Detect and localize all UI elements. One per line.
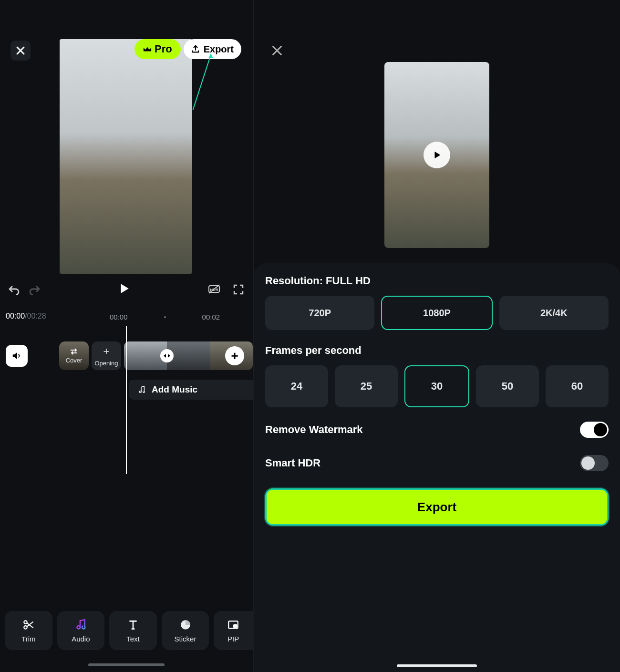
annotation-arrow <box>193 56 211 110</box>
bottom-toolbar: Trim Audio Text Sticker PIP <box>5 611 253 650</box>
preview-play-button[interactable] <box>424 142 450 168</box>
mute-button[interactable] <box>6 345 28 367</box>
transition-button[interactable] <box>160 349 174 362</box>
remove-watermark-toggle[interactable] <box>580 422 609 438</box>
resolution-1080p[interactable]: 1080P <box>381 296 492 330</box>
clip-track[interactable]: + <box>124 341 253 370</box>
music-note-icon <box>74 619 87 631</box>
sticker-icon <box>179 619 192 631</box>
clip-thumb[interactable] <box>167 341 210 370</box>
tool-sticker[interactable]: Sticker <box>162 611 209 650</box>
tool-label: Audio <box>72 635 90 643</box>
speaker-icon <box>11 351 22 361</box>
add-music-button[interactable]: Add Music <box>129 380 253 400</box>
swap-icon <box>70 348 78 355</box>
playhead[interactable] <box>126 326 127 474</box>
tool-label: Text <box>126 635 140 643</box>
export-icon <box>191 45 200 53</box>
current-time: 00:00 <box>6 312 25 320</box>
transition-icon <box>163 353 171 358</box>
export-confirm-button[interactable]: Export <box>265 488 609 526</box>
playback-controls: HDR <box>0 282 253 297</box>
cover-button[interactable]: Cover <box>59 341 89 370</box>
fps-24[interactable]: 24 <box>265 365 328 407</box>
close-export-button[interactable] <box>267 41 287 61</box>
export-confirm-label: Export <box>417 500 456 515</box>
fps-60[interactable]: 60 <box>546 365 609 407</box>
home-indicator[interactable] <box>397 664 477 667</box>
add-clip-button[interactable]: + <box>225 346 244 365</box>
top-actions: Pro Export <box>134 39 241 59</box>
pip-icon <box>227 619 239 631</box>
fps-50[interactable]: 50 <box>476 365 539 407</box>
opening-button[interactable]: + Opening <box>92 341 121 370</box>
tool-label: Trim <box>21 635 35 643</box>
tool-label: PIP <box>227 635 239 643</box>
remove-watermark-label: Remove Watermark <box>265 424 363 436</box>
undo-button[interactable] <box>9 284 20 295</box>
fps-options: 24 25 30 50 60 <box>265 365 609 407</box>
video-preview[interactable] <box>60 39 192 274</box>
fullscreen-button[interactable] <box>233 284 244 295</box>
close-button[interactable] <box>10 41 31 61</box>
smart-hdr-label: Smart HDR <box>265 457 320 469</box>
tool-label: Sticker <box>175 635 196 643</box>
play-icon <box>432 150 442 160</box>
total-time: /00:28 <box>25 312 46 320</box>
mark: 00:02 <box>202 313 220 321</box>
tool-trim[interactable]: Trim <box>5 611 52 650</box>
pro-button[interactable]: Pro <box>134 39 181 59</box>
tool-pip[interactable]: PIP <box>214 611 253 650</box>
hdr-toggle-button[interactable]: HDR <box>208 284 220 294</box>
text-icon <box>127 619 139 631</box>
plus-icon: + <box>103 345 110 358</box>
export-preview[interactable] <box>384 62 489 248</box>
smart-hdr-row: Smart HDR <box>265 455 609 471</box>
svg-rect-7 <box>233 624 238 628</box>
timecode: 00:00/00:28 <box>6 312 46 320</box>
resolution-options: 720P 1080P 2K/4K <box>265 296 609 330</box>
play-icon <box>118 282 130 295</box>
resolution-720p[interactable]: 720P <box>265 296 374 330</box>
pro-label: Pro <box>155 43 172 55</box>
resolution-2k4k[interactable]: 2K/4K <box>499 296 609 330</box>
play-button[interactable] <box>118 282 130 297</box>
fps-30[interactable]: 30 <box>404 365 469 407</box>
export-panel: Resolution: FULL HD 720P 1080P 2K/4K Fra… <box>253 0 620 672</box>
tool-audio[interactable]: Audio <box>57 611 105 650</box>
opening-label: Opening <box>94 360 118 367</box>
smart-hdr-toggle[interactable] <box>580 455 609 471</box>
add-music-label: Add Music <box>152 384 197 395</box>
resolution-label: Resolution: FULL HD <box>265 275 609 287</box>
tool-text[interactable]: Text <box>109 611 157 650</box>
music-icon <box>137 385 146 394</box>
close-icon <box>271 45 283 56</box>
fps-25[interactable]: 25 <box>335 365 398 407</box>
crown-icon <box>143 46 152 52</box>
cover-label: Cover <box>66 357 83 364</box>
fps-label: Frames per second <box>265 344 609 357</box>
home-indicator[interactable] <box>88 663 165 666</box>
close-icon <box>16 46 25 55</box>
timeline[interactable]: Cover + Opening + <box>6 341 253 370</box>
export-settings-sheet: Resolution: FULL HD 720P 1080P 2K/4K Fra… <box>254 263 620 672</box>
editor-panel: Pro Export HDR 00:00/00:28 00:00 00:02 0… <box>0 0 253 672</box>
redo-button[interactable] <box>29 284 40 295</box>
mark: 00:00 <box>110 313 128 321</box>
remove-watermark-row: Remove Watermark <box>265 422 609 438</box>
scissors-icon <box>22 619 35 631</box>
